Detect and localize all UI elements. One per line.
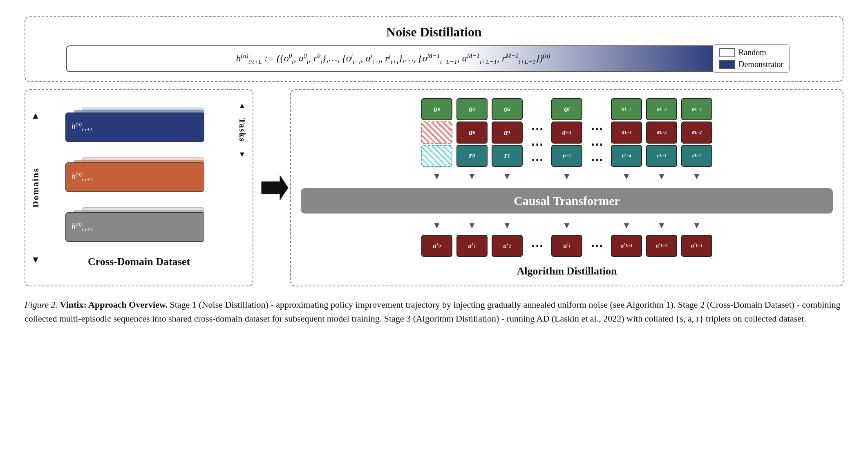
algo-distill-label: Algorithm Distillation [517,265,617,277]
output-token-aL1: a′L−1 [681,235,712,257]
dots-label-2: ⋯ [586,116,607,136]
output-dots-2: ⋯ [586,235,607,257]
noise-distillation-title: Noise Distillation [386,25,482,40]
figure-caption: Figure 2. Vintix: Approach Overview. Sta… [25,298,842,326]
token-o0: o0 [421,98,452,120]
output-token-a1: a′1 [456,235,488,257]
dots-label-1b: ⋯ [527,137,547,151]
middle-section: ▲ Domains ▼ ▲ Tasks ▼ h(n)t:t+L [25,89,843,286]
token-dots-1: ⋯ ⋯ ⋯ [527,116,547,167]
output-token-sequence: a′0 a′1 a′2 ⋯ a′i ⋯ a′L−3 a′L−2 a′L−1 [301,235,833,257]
token-rL2: rL−2 [681,145,712,167]
token-rL4: rL−4 [611,145,642,167]
token-r0-hatched [421,145,452,167]
down-arrow-b1: ▼ [456,220,488,231]
arrow-connector [257,89,290,286]
orange-card-label: h(n)t:t+L [72,171,93,183]
token-oL3: oL−3 [611,98,642,120]
down-arrow-L2: ▼ [646,171,677,182]
down-arrow-i: ▼ [551,171,582,182]
down-arrows-top: ▼ ▼ ▼ ▼ ▼ ▼ ▼ [301,171,833,182]
down-arrow-2: ▼ [492,171,523,182]
down-arrow-b2: ▼ [492,220,523,231]
token-o2: o2 [492,98,523,120]
down-arrow-dots2 [586,171,607,182]
token-group-1: o1 a0 r0 [456,98,488,167]
token-ri-1: ri−1 [551,145,582,167]
down-arrow-L3: ▼ [611,171,642,182]
token-o1: o1 [456,98,488,120]
token-aL3: aL−3 [646,122,677,144]
down-arrow-bi: ▼ [551,220,582,231]
token-rL3: rL−3 [646,145,677,167]
legend-box: Random Demonstrator [713,44,790,73]
token-oL2: oL−2 [646,98,677,120]
blue-card-front: h(n)t:t+L [65,112,204,142]
tasks-arrow: ▲ Tasks ▼ [237,101,247,159]
noise-distillation-section: Noise Distillation h(n)t:t+L := ({o0t, a… [25,16,843,82]
token-group-L2: oL−2 aL−3 rL−3 [646,98,677,167]
dots-label-2c: ⋯ [586,153,607,167]
right-arrow-svg [257,171,290,204]
domains-arrow: ▲ Domains ▼ [30,110,41,265]
token-a0-hatched [421,122,452,144]
legend-demonstrator-label: Demonstrator [738,60,783,69]
gray-card-label: h(n)t:t+L [72,221,93,233]
gray-card-front: h(n)t:t+L [65,212,204,242]
legend-random-swatch [719,48,735,57]
token-a0: a0 [456,122,488,144]
output-dots-1: ⋯ [527,235,547,257]
legend-demonstrator-swatch [719,60,735,69]
legend-demonstrator: Demonstrator [719,60,783,69]
token-r0: r0 [456,145,488,167]
token-group-L3: oL−3 aL−4 rL−4 [611,98,642,167]
svg-marker-0 [262,176,288,200]
caption-figure-label: Figure 2. [25,299,58,310]
output-token-aL2: a′L−2 [646,235,677,257]
token-aL4: aL−4 [611,122,642,144]
caption-bold-title: Vintix: Approach Overview. [60,299,168,310]
token-group-i: oi ai−1 ri−1 [551,98,582,167]
down-arrow-0: ▼ [421,171,452,182]
gray-card-stack: h(n)t:t+L [65,207,213,248]
token-ai-1: ai−1 [551,122,582,144]
down-arrow-bdots1 [527,220,547,231]
formula-text: h(n)t:t+L := ({o0t, a0t, r0t},…, {ojt+i,… [236,53,550,63]
cross-domain-label: Cross-Domain Dataset [88,256,190,268]
formula-box: h(n)t:t+L := ({o0t, a0t, r0t},…, {ojt+i,… [66,45,720,72]
blue-card-stack: h(n)t:t+L [65,108,213,148]
tasks-label: Tasks [237,118,247,142]
orange-card-stack: h(n)t:t+L [65,158,213,198]
domains-label: Domains [30,168,41,207]
input-token-sequence: o0 o1 a0 r0 o2 a1 r1 ⋯ [301,98,833,167]
output-token-a0: a′0 [421,235,452,257]
output-token-a2: a′2 [492,235,523,257]
orange-card-front: h(n)t:t+L [65,162,204,192]
token-aL2: aL−2 [681,122,712,144]
formula-container: h(n)t:t+L := ({o0t, a0t, r0t},…, {ojt+i,… [66,45,802,72]
down-arrow-dots1 [527,171,547,182]
dots-label-2b: ⋯ [586,137,607,151]
down-arrow-1: ▼ [456,171,488,182]
dots-label-1c: ⋯ [527,153,547,167]
token-group-0: o0 [421,98,452,167]
token-a1: a1 [492,122,523,144]
causal-transformer-bar: Causal Transformer [301,188,833,214]
token-group-L1: oL−1 aL−2 rL−2 [681,98,712,167]
legend-random-label: Random [738,48,766,57]
dots-label-1: ⋯ [527,116,547,136]
main-figure: Noise Distillation h(n)t:t+L := ({o0t, a… [25,16,843,326]
stacked-cards: h(n)t:t+L h(n)t:t+L h(n)t:t+L [65,108,213,248]
output-token-aL3: a′L−3 [611,235,642,257]
down-arrow-bL2: ▼ [646,220,677,231]
token-oi: oi [551,98,582,120]
token-oL1: oL−1 [681,98,712,120]
down-arrow-b0: ▼ [421,220,452,231]
down-arrow-bL3: ▼ [611,220,642,231]
blue-card-label: h(n)t:t+L [72,121,93,133]
down-arrows-bottom: ▼ ▼ ▼ ▼ ▼ ▼ ▼ [301,220,833,231]
token-r1: r1 [492,145,523,167]
token-dots-2: ⋯ ⋯ ⋯ [586,116,607,167]
legend-random: Random [719,48,783,57]
cross-domain-panel: ▲ Domains ▼ ▲ Tasks ▼ h(n)t:t+L [25,89,253,286]
